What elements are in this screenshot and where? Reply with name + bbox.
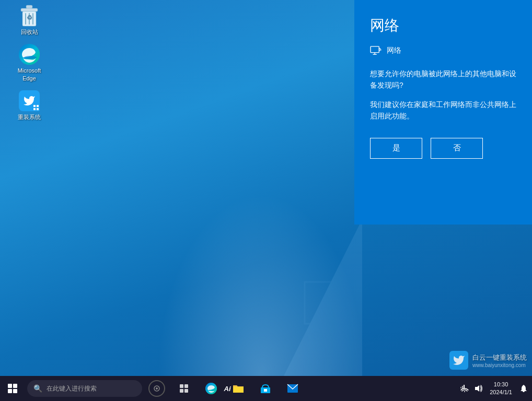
ai-label: Ai [224,385,231,393]
network-icon [370,46,381,55]
search-box[interactable]: 🔍 在此键入进行搜索 [27,380,142,397]
recycle-bin-icon[interactable]: ♻ 回收站 [10,5,48,36]
notification-icon [520,384,527,393]
no-button[interactable]: 否 [431,138,483,159]
svg-rect-21 [184,384,188,388]
svg-rect-23 [184,389,188,393]
tray-network-icon[interactable] [458,376,471,401]
svg-rect-31 [464,385,465,388]
svg-rect-1 [21,8,38,11]
start-icon [8,384,17,393]
svg-rect-11 [33,108,36,110]
panel-subtitle: 网络 [370,46,516,55]
svg-point-8 [24,56,37,59]
mail-icon [287,384,298,393]
task-view-button[interactable] [171,376,196,401]
reinstall-image [19,90,40,111]
baiyun-logo [449,351,468,370]
svg-rect-9 [33,105,36,107]
panel-buttons: 是 否 [370,138,516,159]
svg-rect-29 [460,387,461,388]
svg-rect-22 [180,389,183,393]
panel-desc1: 想要允许你的电脑被此网络上的其他电脑和设备发现吗? [370,68,516,91]
svg-rect-15 [371,46,379,53]
taskbar: 🔍 在此键入进行搜索 [0,376,532,401]
start-square-tl [8,384,12,388]
svg-rect-0 [26,5,32,8]
search-icon: 🔍 [33,384,42,393]
reinstall-system-icon[interactable]: 重装系统 [10,90,48,121]
tray-clock[interactable]: 10:30 2024/1/1 [485,381,516,397]
store-icon [260,383,271,394]
start-button[interactable] [0,376,25,401]
edge-icon[interactable]: Microsoft Edge [10,44,48,82]
svg-rect-30 [462,386,463,388]
win-logo-bg [232,219,362,376]
svg-rect-12 [37,108,39,110]
svg-point-19 [156,387,158,390]
svg-rect-14 [305,282,346,324]
reinstall-badge [32,104,40,111]
svg-rect-10 [37,105,39,107]
desktop-icons: ♻ 回收站 [10,5,48,121]
recycle-bin-label: 回收站 [21,28,38,36]
tray-time: 10:30 [494,381,508,388]
cortana-circle [148,380,165,397]
edge-label: Microsoft Edge [10,67,48,82]
panel-subtitle-text: 网络 [387,46,401,55]
task-view-icon [179,384,189,393]
network-panel: 网络 网络 想要允许你的电脑被此网络上的其他电脑和设备发现吗? 我们建议你在家庭… [354,0,532,225]
reinstall-label: 重装系统 [18,113,41,121]
start-square-bl [8,389,12,393]
start-square-tr [13,384,17,388]
desktop: ♻ 回收站 [0,0,532,401]
baiyun-text-block: 白云一键重装系统 www.baiyunxitong.com [472,353,527,368]
start-square-br [13,389,17,393]
tray-network-svg [460,385,469,392]
tray-volume-icon[interactable] [472,376,484,401]
panel-title: 网络 [370,16,516,36]
tray-date: 2024/1/1 [490,388,512,396]
baiyun-main-text: 白云一键重装系统 [472,353,527,362]
system-tray: 10:30 2024/1/1 [458,376,532,401]
ai-button[interactable]: Ai [216,376,239,401]
yes-button[interactable]: 是 [370,138,422,159]
edge-taskbar-icon [205,383,217,394]
edge-image [19,44,40,65]
recycle-bin-image: ♻ [19,5,40,26]
tray-volume-svg [474,384,482,393]
svg-point-28 [464,391,465,392]
mail-button[interactable] [280,376,305,401]
tray-notification[interactable] [517,376,530,401]
svg-marker-13 [284,219,362,376]
baiyun-url: www.baiyunxitong.com [472,362,526,368]
svg-rect-20 [180,384,183,388]
store-button[interactable] [253,376,278,401]
svg-rect-26 [264,389,267,392]
cortana-button[interactable] [144,376,169,401]
svg-text:♻: ♻ [27,14,32,21]
search-placeholder: 在此键入进行搜索 [47,384,97,393]
panel-desc2: 我们建议你在家庭和工作网络而非公共网络上启用此功能。 [370,99,516,122]
background-light [157,193,366,376]
baiyun-watermark: 白云一键重装系统 www.baiyunxitong.com [449,351,527,370]
